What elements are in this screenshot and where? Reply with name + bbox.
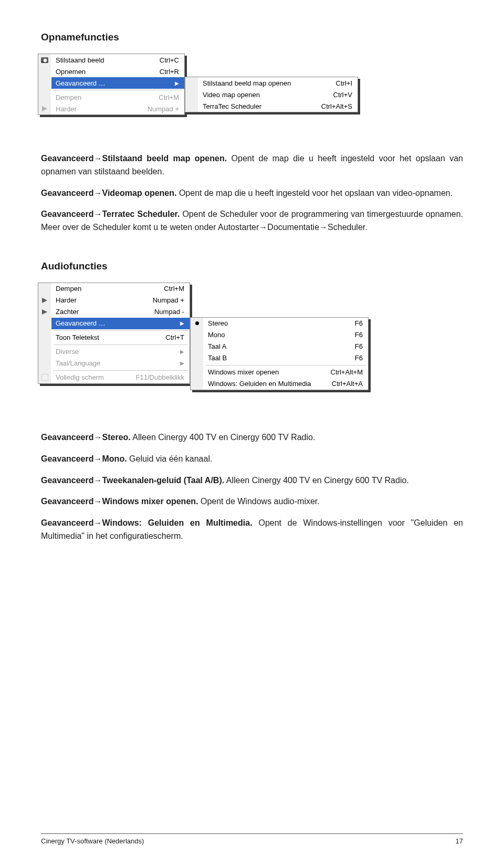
paragraph-stilstaand-map: Geavanceerd→Stilstaand beeld map openen.…	[41, 152, 463, 179]
menu-item-stereo[interactable]: Stereo F6	[204, 318, 368, 329]
menu-item-opnemen[interactable]: Opnemen Ctrl+R	[51, 66, 184, 77]
menu-item-shortcut: F6	[355, 331, 363, 339]
menu-screenshot-opname: Stilstaand beeld Ctrl+C Opnemen Ctrl+R G…	[38, 54, 463, 127]
context-menu-left-1: Stilstaand beeld Ctrl+C Opnemen Ctrl+R G…	[38, 54, 185, 115]
menu-item-shortcut: F6	[355, 342, 363, 350]
menu-item-harder-faded: Harder Numpad +	[51, 103, 184, 114]
menu-item-shortcut: Ctrl+Alt+A	[332, 380, 363, 388]
menu-item-shortcut: Ctrl+C	[160, 56, 179, 64]
menu-item-label: Taal B	[208, 354, 227, 362]
menu-item-label: Diverse	[56, 348, 79, 356]
menu-item-shortcut: Numpad +	[148, 105, 179, 113]
menu-item-mono[interactable]: Mono F6	[204, 329, 368, 341]
menu-item-label: Geavanceerd …	[56, 79, 106, 87]
menu-item-shortcut: F11/Dubbelklikk	[136, 373, 185, 381]
menu-screenshot-audio: Dempen Ctrl+M Harder Numpad + Zachter Nu…	[38, 283, 463, 406]
menu-item-geavanceerd[interactable]: Geavanceerd … ▶	[51, 77, 184, 89]
menu-item-label: TerraTec Scheduler	[203, 102, 261, 110]
footer-page-number: 17	[456, 837, 463, 845]
menu-item-label: Zachter	[56, 308, 79, 316]
menu-item-label: Taal/Language	[56, 359, 100, 367]
menu-separator	[54, 370, 187, 371]
menu-item-zachter[interactable]: Zachter Numpad -	[51, 306, 190, 318]
chevron-right-icon: ▶	[180, 320, 184, 326]
menu-item-label: Mono	[208, 331, 225, 339]
menu-item-stilstaand-beeld[interactable]: Stilstaand beeld Ctrl+C	[51, 54, 184, 66]
context-submenu-right-2: Stereo F6 Mono F6 Taal A F6 Taal B F6	[190, 317, 369, 390]
volume-down-icon	[42, 309, 47, 315]
menu-item-label: Video map openen	[203, 91, 260, 99]
menu-item-shortcut: Numpad -	[154, 308, 184, 316]
menu-item-shortcut: Ctrl+M	[164, 285, 184, 293]
menu-item-label: Volledig scherm	[56, 373, 104, 381]
menu-item-label: Harder	[56, 296, 77, 304]
menu-item-shortcut: Ctrl+I	[336, 79, 352, 87]
menu-item-video-map-openen[interactable]: Video map openen Ctrl+V	[198, 89, 358, 100]
menu-separator	[54, 330, 187, 331]
menu-item-taal-a[interactable]: Taal A F6	[204, 341, 368, 352]
menu-item-label: Geavanceerd …	[56, 319, 106, 327]
menu-item-dempen-faded: Dempen Ctrl+M	[51, 91, 184, 103]
menu-item-windows-mixer-openen[interactable]: Windows mixer openen Ctrl+Alt+M	[204, 367, 368, 378]
menu-item-label: Dempen	[56, 285, 81, 293]
paragraph-stereo: Geavanceerd→Stereo. Alleen Cinergy 400 T…	[41, 431, 463, 444]
paragraph-videomap: Geavanceerd→Videomap openen. Opent de ma…	[41, 187, 463, 200]
menu-item-stilstaand-map-openen[interactable]: Stilstaand beeld map openen Ctrl+I	[198, 77, 358, 89]
menu-item-taal-faded: Taal/Language ▶	[51, 358, 190, 369]
volume-icon	[42, 106, 47, 111]
menu-item-label: Windows: Geluiden en Multimedia	[208, 380, 311, 388]
paragraph-mono: Geavanceerd→Mono. Geluid via één kanaal.	[41, 453, 463, 466]
menu-item-geavanceerd-2[interactable]: Geavanceerd … ▶	[51, 318, 190, 329]
menu-item-label: Stilstaand beeld map openen	[203, 79, 291, 87]
menu-item-shortcut: Ctrl+Alt+S	[321, 102, 352, 110]
menu-item-shortcut: Ctrl+M	[159, 93, 179, 101]
menu-separator	[206, 365, 366, 366]
menu-separator	[54, 345, 187, 345]
menu-item-windows-geluiden-multimedia[interactable]: Windows: Geluiden en Multimedia Ctrl+Alt…	[204, 378, 368, 390]
menu-item-label: Taal A	[208, 342, 226, 350]
menu-item-label: Stereo	[208, 319, 228, 327]
menu-item-shortcut: F6	[355, 354, 363, 362]
menu-item-dempen[interactable]: Dempen Ctrl+M	[51, 283, 190, 295]
radio-selected-icon	[195, 321, 199, 325]
menu-item-harder[interactable]: Harder Numpad +	[51, 295, 190, 306]
menu-item-label: Dempen	[56, 93, 81, 101]
paragraph-windows-geluiden: Geavanceerd→Windows: Geluiden en Multime…	[41, 517, 463, 543]
fullscreen-icon	[41, 374, 48, 381]
menu-item-shortcut: Ctrl+V	[333, 91, 352, 99]
menu-item-shortcut: Ctrl+T	[165, 333, 184, 341]
menu-item-label: Stilstaand beeld	[56, 56, 104, 64]
context-submenu-right-1: Stilstaand beeld map openen Ctrl+I Video…	[185, 77, 358, 112]
paragraph-tweekanalen: Geavanceerd→Tweekanalen-geluid (Taal A/B…	[41, 474, 463, 487]
menu-item-label: Opnemen	[56, 68, 86, 76]
paragraph-terratec-scheduler: Geavanceerd→Terratec Scheduler. Opent de…	[41, 208, 463, 234]
page-footer: Cinergy TV-software (Nederlands) 17	[41, 833, 463, 845]
chevron-right-icon: ▶	[175, 80, 179, 86]
volume-up-icon	[42, 298, 47, 303]
menu-item-label: Toon Teletekst	[56, 333, 99, 341]
heading-opnamefuncties: Opnamefuncties	[41, 32, 463, 43]
heading-audiofuncties: Audiofuncties	[41, 260, 463, 272]
menu-item-toon-teletekst[interactable]: Toon Teletekst Ctrl+T	[51, 332, 190, 343]
menu-item-shortcut: F6	[355, 319, 363, 327]
menu-item-volledig-scherm-faded: Volledig scherm F11/Dubbelklikk	[51, 372, 190, 383]
menu-item-label: Harder	[56, 105, 77, 113]
paragraph-windows-mixer: Geavanceerd→Windows mixer openen. Opent …	[41, 495, 463, 508]
chevron-right-icon: ▶	[180, 349, 184, 354]
footer-title: Cinergy TV-software (Nederlands)	[41, 837, 144, 845]
menu-item-shortcut: Numpad +	[153, 296, 184, 304]
menu-item-terratec-scheduler[interactable]: TerraTec Scheduler Ctrl+Alt+S	[198, 100, 358, 112]
menu-item-shortcut: Ctrl+Alt+M	[331, 368, 363, 376]
context-menu-left-2: Dempen Ctrl+M Harder Numpad + Zachter Nu…	[38, 283, 190, 384]
menu-separator	[54, 90, 182, 90]
menu-item-shortcut: Ctrl+R	[160, 68, 179, 76]
menu-item-label: Windows mixer openen	[208, 368, 279, 376]
menu-item-taal-b[interactable]: Taal B F6	[204, 352, 368, 364]
chevron-right-icon: ▶	[180, 360, 184, 366]
menu-item-diverse-faded: Diverse ▶	[51, 346, 190, 358]
camera-icon	[41, 57, 48, 63]
